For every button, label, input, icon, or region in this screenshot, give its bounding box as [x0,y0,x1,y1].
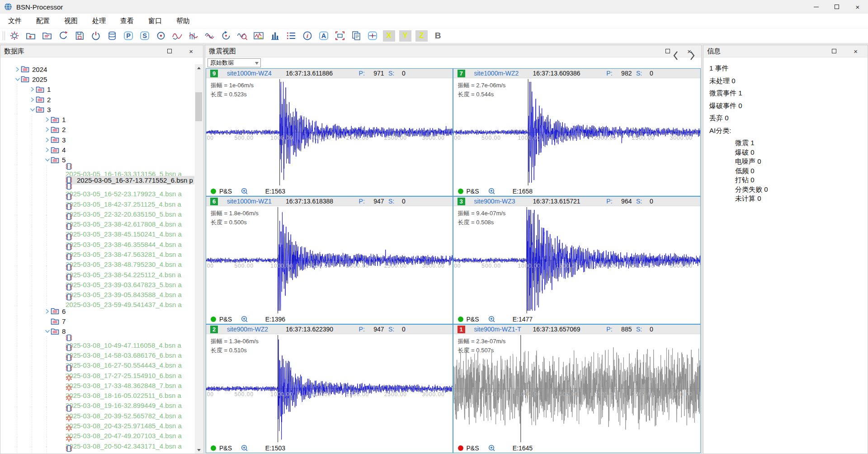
zoom-in-icon[interactable] [241,316,248,323]
wave-chart-icon[interactable] [253,30,264,42]
tree-collapse-icon[interactable] [44,328,51,335]
wave-bars-icon[interactable] [188,30,199,42]
close-button[interactable]: × [847,0,868,14]
bar-chart-icon[interactable] [269,30,280,42]
waveform-plot[interactable]: 振幅 = 2.7e-06m/s长度 = 0.544s00500.001000.0… [453,78,701,186]
zoom-in-icon[interactable] [488,445,495,452]
menu-item-3[interactable]: 处理 [85,14,113,28]
zoom-in-icon[interactable] [488,188,495,195]
tree-row[interactable]: 1 [0,114,194,124]
report-icon[interactable] [350,30,362,42]
station-name[interactable]: site900m-WZ2 [227,326,268,333]
tree-row[interactable]: 2024 [0,64,194,74]
station-name[interactable]: site1000m-WZ4 [227,70,272,77]
crosshair-icon[interactable] [367,30,378,42]
settings-icon[interactable] [9,30,20,42]
tree-row[interactable]: 2 [0,95,194,104]
select-rect-icon[interactable] [334,30,345,42]
wave-pick-icon[interactable] [171,30,183,42]
minimize-button[interactable] [806,0,826,14]
component-z-button[interactable]: Z [415,30,428,42]
station-name[interactable]: site900m-WZ3 [474,198,515,205]
tree-row[interactable]: 2025-03-05_16-16-33.313156_5.bsn a [0,165,194,175]
p-pick-icon[interactable]: P [123,30,134,42]
component-x-button[interactable]: X [383,30,395,42]
s-pick-icon[interactable]: S [139,30,150,42]
station-name[interactable]: site900m-WZ1-T [474,326,521,333]
scrollbar-thumb[interactable] [195,92,202,121]
database-panel-maximize-icon[interactable] [167,49,172,53]
tree-row[interactable]: 2025-03-08_21-10-21.671835_6.bsn a [0,447,194,454]
waveform-panel-maximize-icon[interactable] [665,49,670,53]
tree-row[interactable]: 1 [0,85,194,95]
info-icon[interactable]: i [302,30,313,42]
wave-search-icon[interactable] [236,30,248,42]
power-icon[interactable] [90,30,101,42]
new-folder-icon[interactable] [25,30,36,42]
scrollbar-down-icon[interactable] [195,446,203,454]
data-type-dropdown[interactable]: 原始数据 [208,58,261,67]
tree-collapse-icon[interactable] [44,156,51,163]
zoom-in-icon[interactable] [241,188,248,195]
tree-row[interactable]: 2 [0,125,194,135]
waveform-cell[interactable]: 3site900m-WZ316:37:13.615721P:964S:0振幅 =… [453,197,701,325]
waveform-plot[interactable]: 振幅 = 2.3e-07m/s长度 = 0.507s00500.001000.0… [453,334,701,443]
menu-item-5[interactable]: 窗口 [141,14,169,28]
tree-expand-icon[interactable] [44,137,51,143]
info-panel-close-icon[interactable]: × [854,48,858,55]
tree-row[interactable]: 6 [0,306,194,316]
menu-item-4[interactable]: 查看 [113,14,141,28]
toolbar-grip[interactable] [3,31,5,40]
replay-icon[interactable] [220,30,231,42]
tree-expand-icon[interactable] [44,147,51,153]
tree-row[interactable]: 3 [0,135,194,145]
open-folder-icon[interactable] [41,30,52,42]
tree-expand-icon[interactable] [29,96,36,103]
menu-item-0[interactable]: 文件 [1,14,29,28]
waveform-cell[interactable]: 7site1000m-WZ216:37:13.609386P:982S:0振幅 … [453,69,701,197]
station-name[interactable]: site1000m-WZ1 [227,198,272,205]
tree-scrollbar[interactable] [195,64,203,454]
database-panel-close-icon[interactable]: × [189,48,193,55]
component-y-button[interactable]: Y [399,30,411,42]
maximize-button[interactable] [826,0,847,14]
waveform-plot[interactable]: 振幅 = 1.3e-06m/s长度 = 0.510s00500.001000.0… [206,334,453,443]
tree-row[interactable]: 4 [0,145,194,155]
tree-collapse-icon[interactable] [14,76,21,83]
tree-expand-icon[interactable] [44,116,51,123]
tree-row[interactable]: 3 [0,104,194,114]
waveform-plot[interactable]: 振幅 = 1e-06m/s长度 = 0.523s00500.001000.001… [206,78,453,186]
waveform-plot[interactable]: 振幅 = 1.8e-06m/s长度 = 0.500s00500.001000.0… [206,206,453,314]
component-b-button[interactable]: B [432,30,444,42]
menu-item-2[interactable]: 视图 [57,14,85,28]
locate-icon[interactable] [155,30,166,42]
zoom-in-icon[interactable] [241,445,248,452]
menu-item-6[interactable]: 帮助 [169,14,197,28]
next-event-button[interactable] [689,51,696,62]
scrollbar-up-icon[interactable] [195,64,203,71]
save-icon[interactable] [74,30,85,42]
waveform-cell[interactable]: 6site1000m-WZ116:37:13.618388P:947S:0振幅 … [206,197,453,325]
tree-row[interactable]: 2025-03-05_23-59-49.541437_4.bsn a [0,296,194,306]
refresh-icon[interactable] [57,30,69,42]
tree-collapse-icon[interactable] [29,106,36,113]
list-icon[interactable] [285,30,297,42]
tree-expand-icon[interactable] [44,126,51,133]
waveform-cell[interactable]: 2site900m-WZ216:37:13.622390P:947S:0振幅 =… [206,325,453,453]
info-panel-maximize-icon[interactable] [832,49,836,53]
station-name[interactable]: site1000m-WZ2 [474,70,519,77]
tree-file-entry[interactable]: 2025-03-08_21-10-21.671835_6.bsn a [66,445,182,454]
waveform-plot[interactable]: 振幅 = 9.4e-07m/s长度 = 0.508s00500.001000.0… [453,206,701,314]
tree-expand-icon[interactable] [29,86,36,93]
waveform-cell[interactable]: 1site900m-WZ1-T16:37:13.657069P:885S:0振幅… [453,325,701,453]
text-a-icon[interactable]: A [318,30,329,42]
tree-expand-icon[interactable] [14,66,21,73]
zoom-in-icon[interactable] [488,316,495,323]
tree-row[interactable]: 2025 [0,74,194,84]
menu-item-1[interactable]: 配置 [29,14,57,28]
waveform-cell[interactable]: 9site1000m-WZ416:37:13.611886P:971S:0振幅 … [206,69,453,197]
database-icon[interactable] [106,30,118,42]
tree-row[interactable]: 7 [0,316,194,326]
tree-expand-icon[interactable] [44,308,51,315]
wave-overlay-icon[interactable] [204,30,215,42]
